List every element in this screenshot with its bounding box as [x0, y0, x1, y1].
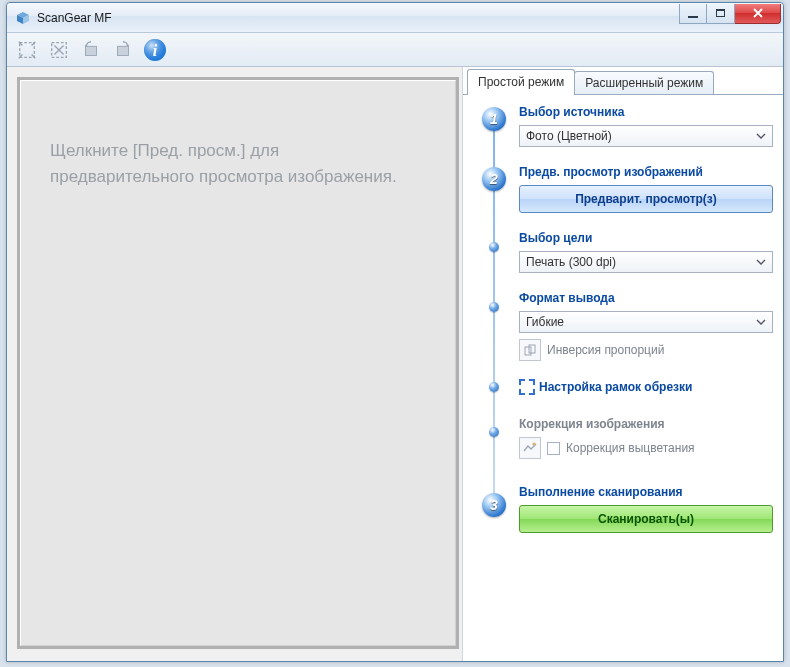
source-select[interactable]: Фото (Цветной) — [519, 125, 773, 147]
section-preview: Предв. просмотр изображений Предварит. п… — [519, 165, 773, 213]
svg-rect-8 — [529, 345, 535, 353]
chevron-down-icon — [754, 255, 768, 269]
invert-aspect-button[interactable] — [519, 339, 541, 361]
chevron-down-icon — [754, 129, 768, 143]
preview-heading: Предв. просмотр изображений — [519, 165, 773, 179]
content-area: Щелкните [Пред. просм.] для предваритель… — [7, 67, 783, 661]
tab-advanced-mode[interactable]: Расширенный режим — [574, 71, 714, 94]
crop-auto-icon[interactable] — [13, 36, 41, 64]
preview-frame: Щелкните [Пред. просм.] для предваритель… — [17, 77, 459, 649]
preview-button[interactable]: Предварит. просмотр(з) — [519, 185, 773, 213]
destination-heading: Выбор цели — [519, 231, 773, 245]
step-1-badge: 1 — [482, 107, 506, 131]
step-dot — [489, 242, 499, 252]
step-dot — [489, 382, 499, 392]
section-source: Выбор источника Фото (Цветной) — [519, 105, 773, 147]
step-dot — [489, 302, 499, 312]
crop-remove-icon[interactable] — [45, 36, 73, 64]
correction-heading: Коррекция изображения — [519, 417, 773, 431]
source-heading: Выбор источника — [519, 105, 773, 119]
section-correction: Коррекция изображения Коррекция выцветан… — [519, 417, 773, 459]
rotate-right-icon[interactable] — [109, 36, 137, 64]
maximize-button[interactable] — [707, 4, 735, 24]
close-button[interactable] — [735, 4, 781, 24]
destination-select-value: Печать (300 dpi) — [526, 255, 616, 269]
chevron-down-icon — [754, 315, 768, 329]
section-destination: Выбор цели Печать (300 dpi) — [519, 231, 773, 273]
scan-heading: Выполнение сканирования — [519, 485, 773, 499]
minimize-button[interactable] — [679, 4, 707, 24]
section-output: Формат вывода Гибкие Инверсия пропорций — [519, 291, 773, 361]
svg-text:i: i — [153, 42, 158, 59]
app-icon — [15, 10, 31, 26]
info-icon[interactable]: i — [141, 36, 169, 64]
section-crop: Настройка рамок обрезки — [519, 379, 773, 395]
svg-rect-3 — [118, 46, 129, 55]
window-title: ScanGear MF — [37, 11, 112, 25]
step-3-badge: 3 — [482, 493, 506, 517]
preview-pane: Щелкните [Пред. просм.] для предваритель… — [7, 67, 459, 661]
invert-aspect-label: Инверсия пропорций — [547, 343, 664, 357]
crop-frame-icon — [519, 379, 535, 395]
svg-rect-7 — [525, 347, 531, 355]
fade-correction-icon — [519, 437, 541, 459]
section-scan: Выполнение сканирования Сканировать(ы) — [519, 485, 773, 533]
fade-correction-label: Коррекция выцветания — [566, 441, 695, 455]
destination-select[interactable]: Печать (300 dpi) — [519, 251, 773, 273]
svg-rect-2 — [86, 46, 97, 55]
step-dot — [489, 427, 499, 437]
crop-heading[interactable]: Настройка рамок обрезки — [539, 380, 692, 394]
fade-correction-checkbox[interactable] — [547, 442, 560, 455]
app-window: ScanGear MF i — [6, 2, 784, 662]
window-controls — [679, 4, 781, 24]
toolbar: i — [7, 33, 783, 67]
mode-tabs: Простой режим Расширенный режим — [463, 69, 783, 95]
output-select[interactable]: Гибкие — [519, 311, 773, 333]
svg-point-9 — [532, 442, 535, 445]
settings-pane: Простой режим Расширенный режим 1 2 3 Вы… — [462, 67, 783, 661]
output-select-value: Гибкие — [526, 315, 564, 329]
preview-placeholder: Щелкните [Пред. просм.] для предваритель… — [50, 138, 426, 189]
step-2-badge: 2 — [482, 167, 506, 191]
scan-button[interactable]: Сканировать(ы) — [519, 505, 773, 533]
source-select-value: Фото (Цветной) — [526, 129, 612, 143]
title-bar: ScanGear MF — [7, 3, 783, 33]
rotate-left-icon[interactable] — [77, 36, 105, 64]
tab-simple-mode[interactable]: Простой режим — [467, 69, 575, 94]
output-heading: Формат вывода — [519, 291, 773, 305]
